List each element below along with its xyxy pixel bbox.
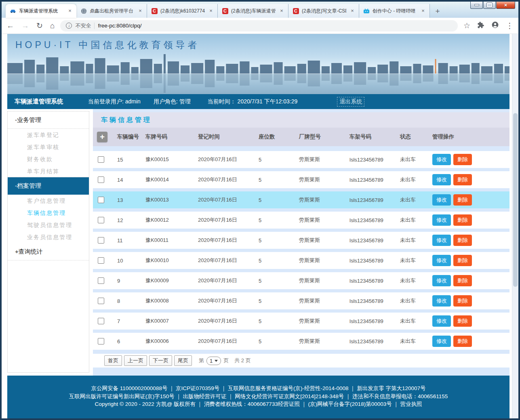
extensions-icon[interactable] [477, 21, 484, 30]
maximize-button[interactable] [483, 2, 496, 9]
sidebar-item[interactable]: 单车月结算 [8, 165, 89, 177]
row-checkbox[interactable] [98, 338, 104, 344]
browser-tab[interactable]: 创作中心 - 哔哩哔哩× [359, 4, 430, 18]
menu-icon[interactable]: ⋮ [506, 22, 514, 30]
reload-icon[interactable]: ↻ [36, 22, 43, 30]
profile-icon[interactable] [491, 21, 499, 30]
checkbox-cell [93, 176, 114, 183]
delete-button[interactable]: 删除 [453, 235, 472, 246]
row-checkbox[interactable] [98, 176, 104, 183]
tab-close-icon[interactable]: × [208, 8, 214, 14]
column-header: 状态 [397, 133, 429, 141]
table-row: 7豫K000072020年07月16日5劳斯莱斯lsls123456789未出车… [93, 313, 509, 330]
delete-button[interactable]: 删除 [453, 174, 472, 185]
date-cell: 2020年07月16日 [195, 176, 255, 183]
forward-icon[interactable]: → [21, 22, 29, 30]
first-page-button[interactable]: 首页 [104, 355, 122, 366]
prev-page-button[interactable]: 上一页 [124, 355, 147, 366]
edit-button[interactable]: 修改 [432, 214, 451, 226]
edit-button[interactable]: 修改 [432, 174, 451, 185]
new-tab-button[interactable]: + [432, 5, 444, 17]
delete-button[interactable]: 删除 [453, 336, 472, 347]
delete-button[interactable]: 删除 [453, 295, 472, 307]
delete-button[interactable]: 删除 [453, 194, 472, 206]
date-cell: 2020年07月16日 [195, 237, 255, 244]
tab-close-icon[interactable]: × [420, 8, 426, 14]
minimize-icon [474, 4, 479, 6]
vehicle-id-cell: 12 [114, 217, 142, 223]
row-checkbox[interactable] [98, 277, 104, 284]
footer-line: 互联网出版许可证编号新出网证(京)字150号 ｜ 出版物经营许可证 ｜ 网络文化… [7, 393, 509, 401]
address-bar[interactable]: i 不安全 free-pc:8080/clpq/ [60, 20, 458, 32]
edit-button[interactable]: 修改 [432, 275, 451, 286]
edit-button[interactable]: 修改 [432, 235, 451, 246]
actions-cell: 修改删除 [429, 154, 509, 165]
next-page-button[interactable]: 下一页 [149, 355, 172, 366]
minimize-button[interactable] [470, 2, 483, 9]
date-cell: 2020年07月16日 [195, 297, 255, 304]
row-checkbox[interactable] [98, 156, 104, 163]
browser-tab[interactable]: 车辆派遣管理系统× [6, 4, 76, 18]
brand-cell: 劳斯莱斯 [296, 196, 346, 204]
last-page-button[interactable]: 尾页 [174, 355, 192, 366]
close-window-button[interactable]: × [496, 2, 515, 9]
info-icon[interactable]: i [66, 23, 72, 29]
row-checkbox[interactable] [98, 197, 104, 203]
sidebar-section[interactable]: -档案管理 [8, 177, 89, 195]
add-vehicle-button[interactable]: + [97, 132, 107, 142]
delete-button[interactable]: 删除 [453, 214, 472, 226]
status-cell: 未出车 [397, 257, 429, 264]
delete-button[interactable]: 删除 [453, 154, 472, 165]
scrollbar-thumb[interactable] [513, 113, 518, 287]
row-checkbox[interactable] [98, 217, 104, 223]
tab-close-icon[interactable]: × [137, 8, 143, 14]
sidebar-item[interactable]: 派车单审核 [8, 141, 89, 153]
sidebar-item[interactable]: 派车单登记 [8, 129, 89, 141]
close-icon: × [504, 2, 507, 8]
url-text[interactable]: free-pc:8080/clpq/ [98, 23, 141, 29]
edit-button[interactable]: 修改 [432, 315, 451, 327]
home-icon[interactable]: ⌂ [50, 22, 55, 30]
sidebar-item[interactable]: 驾驶员信息管理 [8, 219, 89, 231]
browser-tab[interactable]: C(2条消息)k61032774× [147, 4, 218, 18]
delete-button[interactable]: 删除 [453, 315, 472, 327]
sidebar-item[interactable]: 业务员信息管理 [8, 231, 89, 243]
sidebar-section[interactable]: -业务管理 [8, 111, 89, 129]
sidebar-item[interactable]: 车辆信息管理 [8, 207, 89, 219]
status-cell: 未出车 [397, 176, 429, 183]
edit-button[interactable]: 修改 [432, 336, 451, 347]
browser-tab[interactable]: C(2条消息)车辆派遣管× [218, 4, 288, 18]
row-checkbox[interactable] [98, 257, 104, 264]
logout-link[interactable]: 退出系统 [337, 97, 364, 107]
back-icon[interactable]: ← [6, 22, 14, 30]
edit-button[interactable]: 修改 [432, 295, 451, 307]
bilibili-icon [363, 8, 370, 14]
edit-button[interactable]: 修改 [432, 194, 451, 206]
edit-button[interactable]: 修改 [432, 154, 451, 165]
tab-title: 创作中心 - 哔哩哔哩 [373, 8, 417, 15]
actions-cell: 修改删除 [429, 255, 509, 266]
row-checkbox[interactable] [98, 237, 104, 244]
table-row: 10豫K000102020年07月16日5劳斯莱斯lsls123456789未出… [93, 252, 509, 269]
row-checkbox[interactable] [98, 318, 104, 324]
sidebar-section[interactable]: +查询统计 [8, 243, 89, 260]
bookmark-star-icon[interactable]: ☆ [463, 22, 470, 30]
page-scrollbar[interactable] [512, 34, 518, 418]
tab-close-icon[interactable]: × [278, 8, 285, 14]
tab-close-icon[interactable]: × [349, 8, 356, 14]
edit-button[interactable]: 修改 [432, 255, 451, 266]
sidebar-item[interactable]: 客户信息管理 [8, 195, 89, 207]
page-select[interactable]: 1 [206, 357, 221, 365]
delete-button[interactable]: 删除 [453, 255, 472, 266]
banner-slogan: HOPU·IT 中国信息化教育领导者 [15, 39, 200, 51]
delete-button[interactable]: 删除 [453, 275, 472, 286]
sidebar-item[interactable]: 财务收款 [8, 153, 89, 165]
toolbar-nav-icons: ←→↻⌂ [6, 22, 55, 30]
seats-cell: 5 [255, 217, 296, 223]
row-checkbox[interactable] [98, 298, 104, 304]
status-cell: 未出车 [397, 297, 429, 304]
page-title: 车辆信息管理 [93, 112, 509, 128]
tab-close-icon[interactable]: × [67, 8, 73, 14]
browser-tab[interactable]: C(2条消息)写文章-CSD× [288, 4, 359, 18]
browser-tab[interactable]: 鼎鑫出租房管理平台× [76, 4, 147, 18]
